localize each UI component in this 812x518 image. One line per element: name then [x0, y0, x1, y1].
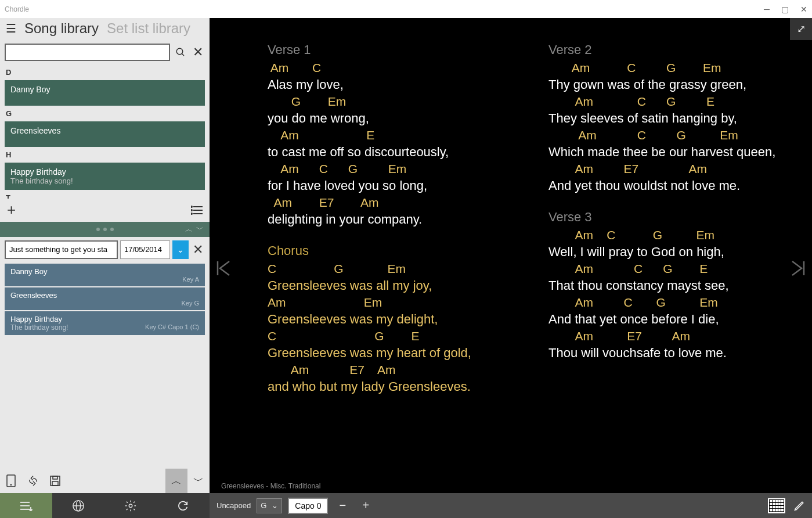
lyric-line: That thou constancy mayst see, — [548, 277, 795, 294]
lyric-line: Greensleeves was my heart of gold, — [268, 344, 514, 362]
chord-line: Am C G Em — [548, 294, 795, 311]
expand-icon[interactable]: ⤢ — [790, 18, 812, 40]
letter-header: T — [0, 191, 210, 199]
move-up-icon[interactable]: ︿ — [165, 469, 187, 493]
svg-point-5 — [191, 206, 192, 207]
chord-grid-icon[interactable] — [768, 498, 785, 513]
lyric-line: And yet thou wouldst not love me. — [548, 177, 795, 195]
app-title: Chordle — [5, 5, 764, 13]
chord-line: Am C G E — [548, 93, 795, 110]
lyric-line: Alas my love, — [268, 76, 514, 93]
nav-library-icon[interactable] — [0, 493, 52, 518]
content-footer: Greensleeves - Misc. Traditional — [210, 479, 812, 493]
chord-line: Am E7 Am — [268, 195, 514, 211]
nav-refresh-icon[interactable] — [157, 493, 209, 518]
chord-line: Am C G E — [548, 261, 795, 277]
minimize-button[interactable]: ─ — [764, 5, 770, 14]
chord-line: Am E7 Am — [268, 362, 514, 378]
bottom-toolbar: ︿ ﹀ — [0, 469, 210, 493]
list-view-icon[interactable] — [191, 206, 203, 215]
letter-header: D — [0, 66, 210, 79]
svg-point-19 — [129, 504, 132, 508]
collapse-up-icon[interactable]: ︿ — [185, 224, 193, 235]
add-song-icon[interactable]: + — [7, 201, 16, 219]
hamburger-icon[interactable]: ☰ — [6, 21, 16, 35]
lyric-line: They sleeves of satin hanging by, — [548, 110, 795, 127]
next-page-icon[interactable] — [790, 259, 806, 278]
lyric-line: Greensleeves was all my joy, — [268, 277, 514, 294]
section-chorus: Chorus — [268, 242, 514, 260]
chord-line: G Em — [268, 93, 514, 110]
section-verse2: Verse 2 — [548, 41, 795, 59]
content-area: ⤢ Verse 1 Am C Alas my love, G Em you do… — [210, 18, 812, 518]
capo-plus-button[interactable]: + — [357, 499, 374, 512]
titlebar: Chordle ─ ▢ ✕ — [0, 0, 812, 18]
collapse-down-icon[interactable]: ﹀ — [196, 224, 204, 235]
sidebar: ☰ Song library Set list library ✕ D Dann… — [0, 18, 210, 518]
lyric-line: And that yet once before I die, — [548, 311, 795, 328]
lyric-line: to cast me off so discourteously, — [268, 143, 514, 161]
svg-point-6 — [191, 210, 192, 211]
setlist-date-input[interactable]: 17/05/2014 — [120, 240, 170, 259]
setlist-items: Danny Boy Key A Greensleeves Key G Happy… — [0, 262, 210, 336]
song-item-happy[interactable]: Happy Birthday The birthday song! — [5, 163, 205, 190]
lyric-line: delighting in your company. — [268, 211, 514, 228]
setlist-name-input[interactable] — [5, 240, 118, 259]
device-icon[interactable] — [0, 469, 22, 493]
letter-header: G — [0, 107, 210, 120]
chord-line: Am Em — [268, 294, 514, 311]
svg-line-1 — [182, 53, 184, 56]
section-verse1: Verse 1 — [268, 41, 514, 59]
svg-rect-12 — [52, 481, 58, 485]
lyric-line: Greensleeves was my delight, — [268, 311, 514, 328]
clear-search-icon[interactable]: ✕ — [191, 44, 205, 61]
chord-line: Am E7 Am — [548, 328, 795, 344]
chord-line: Am C G Em — [268, 161, 514, 177]
edit-icon[interactable] — [793, 500, 805, 512]
chord-line: Am C G Em — [548, 227, 795, 243]
search-input[interactable] — [5, 44, 170, 61]
lyric-line: Thou will vouchsafe to love me. — [548, 344, 795, 362]
setlist-close-icon[interactable]: ✕ — [191, 240, 205, 259]
capo-box[interactable]: Capo 0 — [288, 498, 328, 514]
divider-bar[interactable]: ︿ ﹀ — [0, 222, 210, 237]
capo-minus-button[interactable]: − — [334, 499, 351, 512]
svg-point-0 — [176, 48, 183, 55]
letter-header: H — [0, 148, 210, 161]
move-down-icon[interactable]: ﹀ — [187, 469, 210, 493]
drag-handle-icon[interactable] — [96, 228, 114, 231]
prev-page-icon[interactable] — [215, 259, 232, 278]
chord-line: Am C — [268, 60, 514, 76]
chord-line: Am E7 Am — [548, 161, 795, 177]
lyric-line: Thy gown was of the grassy green, — [548, 76, 795, 93]
chord-line: C G Em — [268, 261, 514, 277]
key-select[interactable]: G ⌄ — [257, 498, 282, 513]
section-verse3: Verse 3 — [548, 208, 795, 226]
setlist-item[interactable]: Greensleeves Key G — [5, 287, 205, 310]
content-bottombar: Uncapoed G ⌄ Capo 0 − + — [210, 493, 812, 518]
svg-point-7 — [191, 213, 192, 214]
nav-settings-icon[interactable] — [104, 493, 157, 518]
song-item-greensleeves[interactable]: Greensleeves — [5, 121, 205, 147]
setlist-item[interactable]: Danny Boy Key A — [5, 264, 205, 286]
nav-web-icon[interactable] — [52, 493, 104, 518]
lyric-line: you do me wrong, — [268, 110, 514, 127]
save-icon[interactable] — [44, 469, 66, 493]
tab-song-library[interactable]: Song library — [24, 20, 99, 37]
maximize-button[interactable]: ▢ — [781, 5, 789, 14]
song-list: D Danny Boy G Greensleeves H Happy Birth… — [0, 66, 210, 199]
setlist-dropdown-icon[interactable]: ⌄ — [172, 240, 189, 259]
song-item-danny[interactable]: Danny Boy — [5, 80, 205, 106]
lyric-line: Well, I will pray to God on high, — [548, 243, 795, 261]
svg-rect-11 — [53, 476, 57, 479]
chevron-down-icon: ⌄ — [272, 501, 278, 510]
lyric-line: and who but my lady Greensleeves. — [268, 378, 514, 395]
setlist-item[interactable]: Happy Birthday The birthday song!Key C# … — [5, 311, 205, 335]
chord-line: Am C G Em — [548, 60, 795, 76]
tab-setlist-library[interactable]: Set list library — [107, 20, 190, 37]
sync-icon[interactable] — [22, 469, 44, 493]
search-icon[interactable] — [174, 44, 187, 61]
lyric-line: Which made thee be our harvest queen, — [548, 143, 795, 161]
lyric-line: for I have loved you so long, — [268, 177, 514, 195]
close-button[interactable]: ✕ — [800, 5, 807, 14]
